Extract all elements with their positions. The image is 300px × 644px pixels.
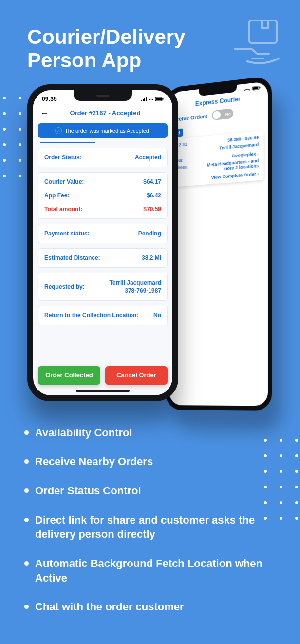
svg-rect-10 xyxy=(163,98,164,99)
page-title: Courier/Delivery Person App xyxy=(0,0,224,81)
feature-item: Chat with the order customer xyxy=(35,600,279,614)
order-header-title: Order #2167 - Accepted xyxy=(54,109,166,117)
order-status-value: Accepted xyxy=(135,154,161,161)
back-button[interactable]: ← xyxy=(40,109,49,117)
feature-item: Receive Nearby Orders xyxy=(35,454,279,469)
total-amount-value: $70.59 xyxy=(143,206,161,213)
check-icon: ✓ xyxy=(55,127,62,134)
requested-by-phone[interactable]: 378-769-1987 xyxy=(110,287,162,294)
phone-back: Express Courier eceive Orders No ted | 2… xyxy=(166,76,272,411)
feature-item: Automatic Background Fetch Location when… xyxy=(35,556,279,585)
status-time: 09:35 xyxy=(42,96,57,102)
decorative-dots-right xyxy=(264,439,300,522)
cancel-order-button[interactable]: Cancel Order xyxy=(105,366,168,385)
tab-active-indicator xyxy=(40,142,95,143)
receive-orders-toggle[interactable]: No xyxy=(212,108,233,120)
home-indicator xyxy=(76,390,130,392)
phone-front: 09:35 ← Order #2167 - Accepted ✓ The ord… xyxy=(27,84,178,401)
estimated-distance-value: 38.2 Mi xyxy=(142,254,161,261)
feature-item: Order Status Control xyxy=(35,484,279,498)
svg-rect-9 xyxy=(156,98,162,100)
requested-by-card: Requested by: Terrill Jacquemard 378-769… xyxy=(38,273,168,301)
pricing-card: Courier Value: $64.17 App Fee: $6.42 Tot… xyxy=(38,172,168,219)
svg-rect-6 xyxy=(144,98,145,101)
total-amount-label: Total amount: xyxy=(44,206,82,213)
requested-by-name: Terrill Jacquemard xyxy=(110,279,162,287)
requested-by-label: Requested by: xyxy=(44,283,85,290)
accepted-banner: ✓ The order was marked as Accepted! xyxy=(38,123,168,138)
pickup-address: Googleplex - xyxy=(232,151,259,158)
distance-price: 38.2Mi - $70.59 xyxy=(227,135,259,142)
order-collected-button[interactable]: Order Collected xyxy=(38,366,100,385)
delivery-hand-box-icon xyxy=(228,17,286,75)
return-location-card: Return to the Collection Location: No xyxy=(38,306,168,325)
return-location-value: No xyxy=(153,312,161,319)
receive-orders-label: eceive Orders xyxy=(173,113,207,122)
svg-rect-7 xyxy=(146,97,147,101)
phone1-notch xyxy=(74,90,132,101)
svg-rect-5 xyxy=(143,99,144,101)
feature-item: Availability Control xyxy=(35,426,279,440)
estimated-distance-label: Estimated Distance: xyxy=(44,254,100,261)
payment-status-label: Payment status: xyxy=(44,230,90,237)
feature-list: Availability Control Receive Nearby Orde… xyxy=(0,406,300,615)
order-summary-card[interactable]: | 22:3338.2Mi - $70.59 by:Terrill Jacque… xyxy=(169,130,264,187)
order-status-label: Order Status: xyxy=(44,154,82,161)
feature-item: Direct link for share and customer asks … xyxy=(35,513,279,542)
return-location-label: Return to the Collection Location: xyxy=(44,312,138,319)
app-fee-value: $6.42 xyxy=(147,192,161,199)
courier-value-label: Courier Value: xyxy=(44,178,84,185)
distance-card: Estimated Distance: 38.2 Mi xyxy=(38,248,168,268)
order-status-card: Order Status: Accepted xyxy=(38,148,168,167)
payment-status-card: Payment status: Pending xyxy=(38,224,168,243)
signal-wifi-battery-icon xyxy=(141,96,164,102)
app-fee-label: App Fee: xyxy=(44,192,69,199)
svg-rect-4 xyxy=(141,100,142,101)
courier-value: $64.17 xyxy=(143,178,161,185)
payment-status-value: Pending xyxy=(138,230,161,237)
